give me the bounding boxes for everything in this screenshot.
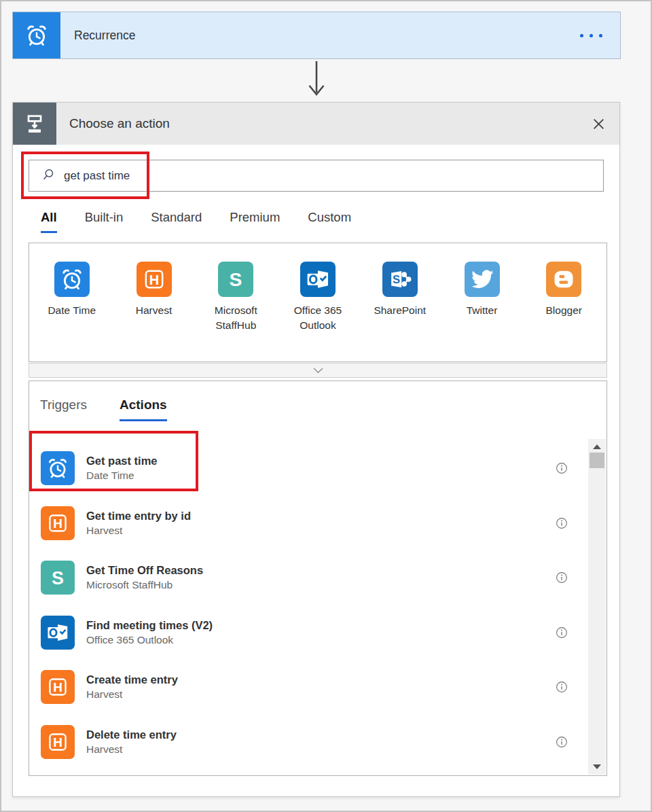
recurrence-card[interactable]: Recurrence (12, 12, 621, 59)
scrollbar[interactable] (588, 439, 606, 775)
harvest-icon: H (41, 506, 75, 540)
info-icon[interactable] (556, 462, 568, 474)
tab-built-in[interactable]: Built-in (85, 210, 124, 233)
tab-triggers[interactable]: Triggers (40, 398, 87, 421)
tab-actions[interactable]: Actions (120, 398, 167, 421)
connector-label: Harvest (136, 303, 172, 318)
connector-harvest[interactable]: HHarvest (115, 262, 194, 361)
search-input[interactable] (64, 160, 603, 191)
recurrence-card-title: Recurrence (74, 29, 135, 43)
choose-action-dialog: Choose an action AllBuilt-inStandardPrem… (12, 102, 620, 797)
svg-text:H: H (53, 735, 62, 749)
scroll-up-icon[interactable] (593, 444, 601, 449)
twitter-icon (465, 262, 500, 297)
connector-gallery: Date TimeHHarvestSMicrosoft StaffHubOffi… (29, 243, 607, 362)
connector-label: Microsoft StaffHub (196, 303, 275, 332)
scroll-down-icon[interactable] (593, 764, 601, 769)
svg-text:H: H (53, 681, 62, 695)
info-icon[interactable] (556, 736, 568, 748)
action-list-item-find-meeting-times-v2-[interactable]: Find meeting times (V2)Office 365 Outloo… (41, 605, 568, 660)
action-item-text: Find meeting times (V2)Office 365 Outloo… (86, 619, 213, 646)
dialog-header: Choose an action (13, 103, 619, 145)
staffhub-icon: S (41, 561, 75, 595)
action-item-text: Get time entry by idHarvest (86, 510, 191, 537)
dialog-title: Choose an action (69, 116, 170, 131)
connector-office-365-outlook[interactable]: Office 365 Outlook (278, 262, 357, 361)
action-item-source: Harvest (86, 688, 178, 701)
action-item-text: Delete time entryHarvest (86, 728, 177, 756)
outlook-icon (41, 616, 75, 650)
connector-twitter[interactable]: Twitter (443, 262, 522, 361)
flow-designer-canvas: Recurrence Choose an action (0, 0, 652, 812)
action-item-title: Get Time Off Reasons (86, 564, 203, 577)
action-item-source: Harvest (86, 525, 191, 537)
svg-text:S: S (393, 273, 400, 286)
alarm-clock-icon (54, 262, 90, 297)
action-search-box[interactable] (29, 160, 604, 192)
search-icon (41, 167, 56, 185)
connector-date-time[interactable]: Date Time (33, 262, 111, 361)
action-list-item-delete-time-entry[interactable]: HDelete time entryHarvest (41, 715, 568, 770)
action-item-source: Office 365 Outlook (86, 634, 213, 646)
harvest-icon: H (41, 725, 75, 759)
results-panel: TriggersActions Get past timeDate TimeHG… (29, 381, 607, 776)
action-item-text: Get past timeDate Time (86, 455, 158, 482)
connector-blogger[interactable]: Blogger (524, 262, 603, 361)
action-item-text: Create time entryHarvest (86, 673, 178, 701)
action-item-title: Get past time (86, 455, 158, 467)
info-icon[interactable] (556, 626, 568, 639)
action-list-item-create-time-entry[interactable]: HCreate time entryHarvest (41, 660, 568, 715)
category-tab-bar: AllBuilt-inStandardPremiumCustom (41, 210, 351, 233)
action-list-item-get-past-time[interactable]: Get past timeDate Time (41, 441, 568, 496)
action-item-text: Get Time Off ReasonsMicrosoft StaffHub (86, 564, 203, 591)
connector-label: Twitter (467, 303, 498, 318)
alarm-clock-icon (13, 12, 60, 58)
connector-microsoft-staffhub[interactable]: SMicrosoft StaffHub (196, 262, 275, 361)
action-item-source: Date Time (86, 470, 158, 482)
action-item-title: Delete time entry (86, 728, 177, 741)
svg-text:H: H (149, 272, 158, 287)
insert-action-icon (13, 103, 56, 145)
connector-label: Date Time (48, 303, 96, 318)
svg-text:S: S (230, 268, 242, 290)
svg-text:H: H (53, 516, 62, 531)
connector-label: SharePoint (374, 303, 426, 318)
action-item-title: Get time entry by id (86, 510, 191, 523)
action-item-title: Find meeting times (V2) (86, 619, 213, 632)
action-item-title: Create time entry (86, 673, 178, 686)
connector-sharepoint[interactable]: SSharePoint (361, 262, 439, 361)
tab-custom[interactable]: Custom (308, 210, 351, 233)
connector-arrow-icon (305, 60, 328, 100)
action-item-source: Microsoft StaffHub (86, 579, 203, 591)
ellipsis-icon[interactable] (580, 34, 602, 37)
harvest-icon: H (41, 670, 75, 704)
gallery-collapse-bar[interactable] (29, 363, 607, 378)
alarm-clock-icon (41, 451, 75, 485)
action-results-list: Get past timeDate TimeHGet time entry by… (41, 441, 568, 769)
tab-premium[interactable]: Premium (230, 210, 280, 233)
info-icon[interactable] (556, 681, 568, 693)
tab-standard[interactable]: Standard (151, 210, 202, 233)
svg-text:S: S (52, 568, 64, 588)
info-icon[interactable] (556, 517, 568, 529)
triggers-actions-tab-bar: TriggersActions (40, 398, 167, 421)
action-list-item-get-time-entry-by-id[interactable]: HGet time entry by idHarvest (41, 496, 568, 551)
sharepoint-icon: S (382, 262, 418, 297)
close-icon[interactable] (592, 117, 606, 131)
harvest-icon: H (137, 262, 172, 297)
connector-label: Blogger (546, 303, 582, 318)
blogger-icon (546, 262, 581, 297)
action-list-item-get-time-off-reasons[interactable]: SGet Time Off ReasonsMicrosoft StaffHub (41, 550, 568, 605)
connector-label: Office 365 Outlook (278, 303, 357, 332)
outlook-icon (300, 262, 336, 297)
action-item-source: Harvest (86, 743, 177, 756)
staffhub-icon: S (218, 262, 253, 297)
scrollbar-thumb[interactable] (590, 453, 604, 468)
tab-all[interactable]: All (41, 210, 57, 233)
chevron-down-icon (313, 364, 323, 376)
info-icon[interactable] (556, 571, 568, 584)
